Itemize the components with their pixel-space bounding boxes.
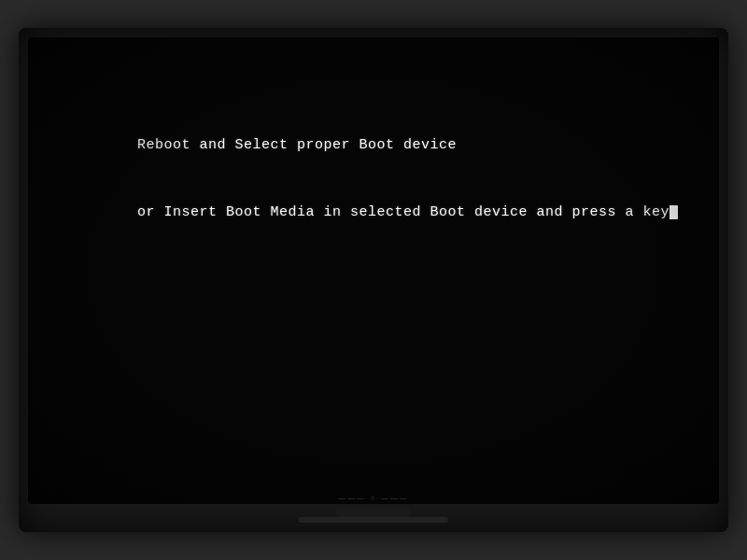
cursor-blink (669, 205, 678, 219)
monitor-screen: Reboot and Select proper Boot device or … (28, 37, 719, 504)
boot-line1: Reboot and Select proper Boot device (137, 137, 457, 153)
monitor-stand (336, 508, 411, 517)
monitor-frame: Reboot and Select proper Boot device or … (19, 28, 728, 532)
monitor-base (299, 517, 448, 523)
boot-error-message: Reboot and Select proper Boot device or … (84, 112, 663, 246)
boot-line2: or Insert Boot Media in selected Boot de… (137, 204, 669, 220)
monitor-label: ——— ○ ——— (338, 494, 408, 502)
